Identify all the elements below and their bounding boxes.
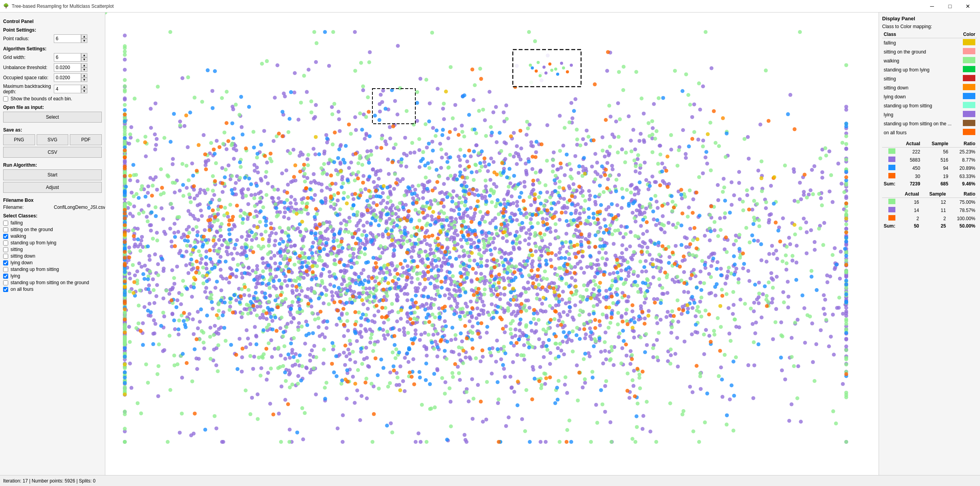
svg-point-1184 [627,295,631,299]
svg-point-386 [414,440,418,444]
svg-point-4060 [257,244,261,248]
svg-point-3894 [258,301,262,305]
svg-point-4688 [505,117,509,121]
svg-point-3154 [506,190,510,194]
svg-point-3568 [682,409,686,413]
start-button[interactable]: Start [3,169,102,180]
svg-point-514 [415,119,419,123]
select-button[interactable]: Select [3,112,102,123]
class-checkbox-6[interactable] [3,260,8,265]
class-checkbox-7[interactable] [3,267,8,272]
unbalance-up[interactable]: ▲ [81,63,87,68]
pdf-button[interactable]: PDF [70,134,102,145]
minimize-button[interactable]: ─ [923,0,941,12]
class-checkbox-1[interactable] [3,227,8,232]
csv-button[interactable]: CSV [3,147,102,158]
occupied-down[interactable]: ▼ [81,78,87,82]
svg-point-2475 [682,270,686,274]
svg-point-5663 [251,250,255,254]
svg-point-4558 [695,308,699,312]
svg-point-2949 [128,361,132,365]
backtracking-up[interactable]: ▲ [81,85,87,89]
svg-point-4318 [330,112,334,116]
svg-point-3988 [709,168,713,172]
svg-point-200 [340,312,344,315]
maximize-button[interactable]: □ [941,0,959,12]
svg-point-2720 [597,221,601,225]
svg-point-2051 [127,246,131,249]
show-bounds-checkbox[interactable] [3,96,8,101]
svg-point-2641 [324,133,328,137]
svg-point-5348 [488,194,492,198]
svg-point-5650 [330,182,334,185]
svg-point-2380 [402,326,406,330]
svg-point-405 [395,112,399,116]
svg-point-891 [431,333,435,337]
grid-width-down[interactable]: ▼ [81,57,87,62]
svg-point-5189 [844,122,848,126]
svg-point-4040 [192,282,196,286]
class-checkbox-3[interactable] [3,240,8,246]
svg-point-1954 [515,200,519,204]
svg-point-5299 [473,229,477,233]
svg-point-4847 [560,241,564,245]
max-backtracking-input[interactable] [54,85,81,93]
svg-point-4470 [524,325,528,329]
stats-bot-actual-header: Actual [897,190,921,198]
svg-point-1961 [666,221,670,225]
svg-point-5117 [484,200,488,204]
backtracking-down[interactable]: ▼ [81,89,87,93]
svg-point-5107 [835,263,838,267]
svg-point-1480 [286,183,290,187]
point-radius-input[interactable] [54,34,81,43]
svg-point-884 [204,191,207,195]
svg-point-5126 [641,281,645,285]
svg-point-1070 [311,241,315,245]
occupied-space-input[interactable] [54,73,81,82]
class-checkbox-9[interactable] [3,280,8,285]
svg-point-3389 [760,159,764,163]
class-checkbox-8[interactable] [3,274,8,279]
grid-width-up[interactable]: ▲ [81,53,87,57]
svg-point-592 [798,181,802,185]
svg-point-5761 [467,165,471,169]
color-map-row: lying down [882,92,977,101]
svg-point-875 [373,320,377,324]
svg-point-207 [196,230,200,234]
occupied-up[interactable]: ▲ [81,73,87,78]
svg-point-5540 [577,250,581,254]
svg-point-2335 [452,288,456,292]
color-map-row: sitting down [882,83,977,92]
svg-point-5643 [470,306,474,310]
svg-point-2091 [152,331,156,335]
point-radius-up[interactable]: ▲ [81,34,87,39]
svg-point-2032 [831,200,835,204]
svg-point-3766 [483,288,487,292]
color-map-table: Class Color fallingsitting on the ground… [882,31,977,137]
class-checkbox-5[interactable] [3,254,8,259]
svg-point-1784 [558,251,562,255]
svg-point-4924 [532,312,536,315]
grid-width-input[interactable] [54,53,81,62]
svg-point-3077 [647,309,651,313]
class-checkbox-2[interactable] [3,234,8,239]
svg-point-628 [460,340,464,344]
point-radius-down[interactable]: ▼ [81,39,87,43]
unbalance-down[interactable]: ▼ [81,68,87,72]
class-checkbox-0[interactable] [3,221,8,226]
class-label-5: sitting down [11,253,35,259]
adjust-button[interactable]: Adjust [3,182,102,193]
svg-point-2769 [737,170,741,174]
svg-point-3549 [266,252,270,256]
svg-button[interactable]: SVG [37,134,69,145]
unbalance-threshold-input[interactable] [54,63,81,72]
png-button[interactable]: PNG [3,134,35,145]
close-button[interactable]: ✕ [959,0,977,12]
svg-point-4773 [411,259,415,263]
class-checkbox-10[interactable] [3,287,8,292]
svg-point-3716 [156,85,160,89]
class-checkbox-4[interactable] [3,247,8,252]
svg-point-5897 [548,285,552,289]
svg-point-4217 [123,88,127,92]
svg-point-1878 [312,344,316,348]
